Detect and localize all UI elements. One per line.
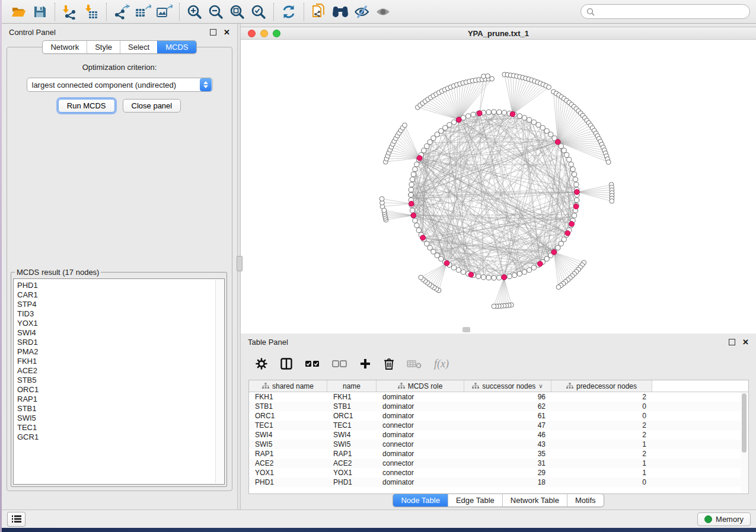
table-cell[interactable]: 61: [464, 412, 551, 420]
table-cell[interactable]: dominator: [377, 450, 464, 458]
hide-selected-icon[interactable]: [351, 2, 372, 21]
table-cell[interactable]: 0: [551, 402, 652, 411]
mcds-result-item[interactable]: CAR1: [17, 290, 224, 300]
tab-motifs[interactable]: Motifs: [567, 494, 604, 507]
export-network-icon[interactable]: [111, 2, 132, 21]
select-all-icon[interactable]: [305, 360, 320, 368]
tab-select[interactable]: Select: [120, 41, 157, 53]
table-cell[interactable]: STB1: [327, 402, 377, 411]
table-row[interactable]: STB1STB1dominator620: [249, 402, 748, 411]
memory-button[interactable]: Memory: [697, 512, 751, 526]
table-row[interactable]: SWI5SWI5connector431: [249, 440, 748, 449]
run-mcds-button[interactable]: Run MCDS: [58, 99, 115, 113]
table-cell[interactable]: 18: [464, 478, 551, 486]
table-cell[interactable]: 62: [464, 402, 551, 411]
table-cell[interactable]: 2: [551, 450, 652, 458]
table-cell[interactable]: 2: [551, 421, 652, 430]
table-cell[interactable]: 31: [464, 459, 551, 467]
tab-mcds[interactable]: MCDS: [157, 41, 196, 53]
table-cell[interactable]: STB1: [249, 402, 327, 411]
export-image-icon[interactable]: [154, 2, 175, 21]
search-input[interactable]: [598, 7, 744, 17]
clone-network-icon[interactable]: [308, 2, 330, 21]
mcds-result-item[interactable]: STB5: [17, 376, 224, 385]
table-cell[interactable]: connector: [377, 469, 464, 477]
mcds-result-item[interactable]: STP4: [17, 300, 224, 309]
zoom-selected-icon[interactable]: [248, 2, 269, 21]
table-row[interactable]: YOX1YOX1connector291: [249, 468, 748, 477]
table-cell[interactable]: ACE2: [327, 459, 377, 467]
search-box[interactable]: [580, 4, 750, 19]
table-cell[interactable]: connector: [377, 440, 464, 448]
mcds-result-item[interactable]: SWI4: [17, 328, 224, 338]
column-header-predecessor-nodes[interactable]: predecessor nodes: [551, 380, 652, 392]
add-column-icon[interactable]: [359, 358, 371, 370]
table-row[interactable]: ACE2ACE2connector311: [249, 459, 748, 468]
mcds-result-item[interactable]: FKH1: [17, 357, 224, 366]
table-cell[interactable]: connector: [377, 421, 464, 430]
column-header-shared-name[interactable]: shared name: [249, 380, 327, 392]
show-all-icon[interactable]: [372, 2, 394, 21]
mcds-result-item[interactable]: TID3: [17, 309, 224, 319]
table-cell[interactable]: dominator: [377, 393, 464, 401]
tab-style[interactable]: Style: [87, 41, 120, 53]
table-row[interactable]: ORC1ORC1dominator610: [249, 411, 748, 421]
zoom-out-icon[interactable]: [205, 2, 227, 21]
float-table-panel-icon[interactable]: [729, 339, 735, 345]
table-cell[interactable]: SWI4: [249, 431, 327, 439]
mcds-result-item[interactable]: YOX1: [17, 319, 224, 328]
mcds-result-item[interactable]: PHD1: [17, 281, 224, 290]
table-cell[interactable]: SWI5: [249, 440, 327, 448]
column-header-MCDS-role[interactable]: MCDS role: [377, 380, 464, 392]
table-cell[interactable]: YOX1: [327, 469, 377, 477]
table-cell[interactable]: 96: [464, 393, 551, 401]
save-session-icon[interactable]: [29, 2, 50, 21]
table-row[interactable]: FKH1FKH1dominator962: [249, 392, 748, 402]
open-file-icon[interactable]: [8, 2, 29, 21]
mcds-list-scrollbar[interactable]: [215, 280, 224, 483]
tab-node-table[interactable]: Node Table: [393, 494, 448, 507]
table-cell[interactable]: 35: [464, 450, 551, 458]
delete-column-icon[interactable]: [383, 357, 395, 370]
table-row[interactable]: TEC1TEC1connector472: [249, 421, 748, 430]
tab-edge-table[interactable]: Edge Table: [448, 494, 502, 507]
table-cell[interactable]: 43: [464, 440, 551, 448]
tab-network[interactable]: Network: [43, 41, 87, 53]
table-cell[interactable]: 2: [551, 393, 652, 401]
import-network-icon[interactable]: [59, 2, 81, 21]
table-cell[interactable]: YOX1: [249, 469, 327, 477]
close-panel-icon[interactable]: ✕: [224, 30, 230, 35]
mcds-result-item[interactable]: STB1: [17, 404, 224, 414]
table-cell[interactable]: FKH1: [327, 393, 377, 401]
network-canvas[interactable]: [241, 40, 756, 334]
table-cell[interactable]: TEC1: [249, 421, 327, 430]
mcds-result-item[interactable]: SRD1: [17, 338, 224, 347]
close-panel-button[interactable]: Close panel: [123, 99, 181, 113]
table-cell[interactable]: dominator: [377, 478, 464, 486]
table-cell[interactable]: dominator: [377, 402, 464, 411]
table-row[interactable]: SWI4SWI4dominator462: [249, 430, 748, 440]
table-cell[interactable]: dominator: [377, 412, 464, 420]
close-table-panel-icon[interactable]: ✕: [742, 339, 749, 345]
mcds-result-item[interactable]: GCR1: [17, 432, 224, 442]
table-cell[interactable]: 0: [551, 478, 652, 486]
optimization-criterion-dropdown[interactable]: largest connected component (undirected): [27, 78, 213, 92]
column-chooser-icon[interactable]: [280, 357, 293, 370]
table-cell[interactable]: SWI5: [327, 440, 377, 448]
mcds-result-item[interactable]: SWI5: [17, 414, 224, 423]
network-window-titlebar[interactable]: YPA_prune.txt_1: [241, 27, 756, 40]
table-cell[interactable]: dominator: [377, 431, 464, 439]
network-hscrollbar-thumb[interactable]: [462, 327, 470, 332]
task-history-button[interactable]: [7, 512, 25, 527]
table-cell[interactable]: 47: [464, 421, 551, 430]
export-table-icon[interactable]: [132, 2, 154, 21]
zoom-in-icon[interactable]: [184, 2, 205, 21]
table-cell[interactable]: PHD1: [327, 478, 377, 486]
table-cell[interactable]: 1: [551, 459, 652, 467]
table-row[interactable]: RAP1RAP1dominator352: [249, 449, 748, 459]
table-cell[interactable]: connector: [377, 459, 464, 467]
mcds-result-item[interactable]: TEC1: [17, 423, 224, 432]
split-divider-handle[interactable]: [237, 256, 243, 271]
delete-table-icon[interactable]: [407, 358, 422, 369]
mcds-result-item[interactable]: ACE2: [17, 366, 224, 376]
